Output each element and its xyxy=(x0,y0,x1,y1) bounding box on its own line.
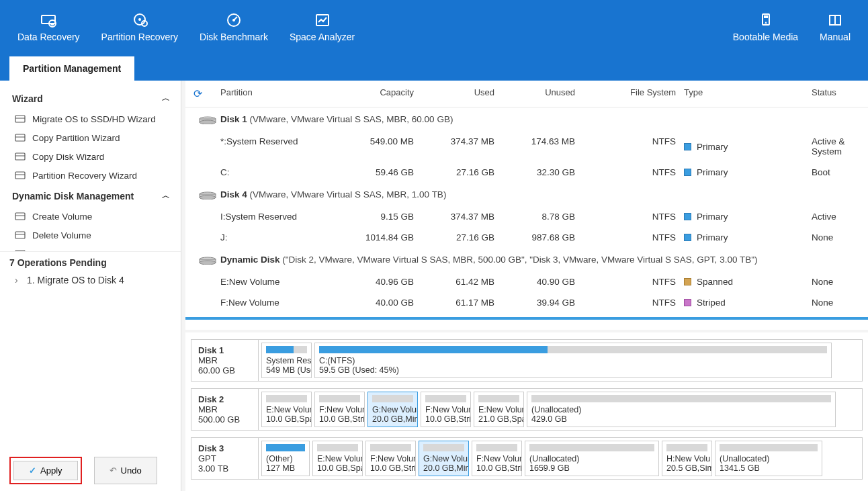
ddm-item-0[interactable]: Create Volume xyxy=(9,207,175,226)
wizard-item-2[interactable]: Copy Disk Wizard xyxy=(9,147,175,166)
unallocated-cell[interactable]: (Unallocated)1341.5 GB xyxy=(715,441,822,476)
partition-cell-name: F:New Volum xyxy=(370,454,411,463)
partition-cell[interactable]: G:New Volum20.0 GB,Mir xyxy=(367,392,418,427)
partition-cell[interactable]: F:New Volum10.0 GB,Strip xyxy=(314,392,365,427)
refresh-icon[interactable]: ⟳ xyxy=(193,87,202,100)
wizard-header-label: Wizard xyxy=(12,93,43,104)
partition-cell-size: 1659.9 GB xyxy=(529,463,654,473)
partition-row[interactable]: C: 59.46 GB 27.16 GB 32.30 GB NTFS Prima… xyxy=(185,162,868,183)
svg-rect-23 xyxy=(15,251,25,251)
col-capacity[interactable]: Capacity xyxy=(317,87,418,100)
cell-used: 27.16 GB xyxy=(418,166,498,179)
cell-fs: NTFS xyxy=(579,135,680,158)
type-swatch-icon xyxy=(684,143,691,150)
toolbar-data-recovery[interactable]: Data Recovery xyxy=(7,0,91,55)
cell-fs: NTFS xyxy=(579,166,680,179)
partition-cell-size: 549 MB (Use xyxy=(266,365,307,375)
disk-group-header[interactable]: Disk 4 (VMware, VMware Virtual S SAS, MB… xyxy=(185,183,868,206)
cell-capacity: 59.46 GB xyxy=(317,166,418,179)
toolbar-label: Disk Benchmark xyxy=(200,32,268,42)
cell-type: Primary xyxy=(680,231,808,244)
col-status[interactable]: Status xyxy=(808,87,864,100)
cell-unused: 987.68 GB xyxy=(498,231,579,244)
toolbar-space-analyzer[interactable]: Space Analyzer xyxy=(279,0,365,55)
undo-button[interactable]: Undo xyxy=(94,457,157,484)
partition-row[interactable]: F:New Volume 40.00 GB 61.17 MB 39.94 GB … xyxy=(185,292,868,313)
col-unused[interactable]: Unused xyxy=(498,87,579,100)
ddm-section-header[interactable]: Dynamic Disk Management ︿ xyxy=(9,185,175,207)
sidebar: Wizard ︿ Migrate OS to SSD/HD WizardCopy… xyxy=(0,81,181,491)
toolbar-label: Partition Recovery xyxy=(101,32,178,42)
wizard-item-1[interactable]: Copy Partition Wizard xyxy=(9,128,175,147)
toolbar-manual[interactable]: Manual xyxy=(809,0,861,55)
svg-point-34 xyxy=(200,195,216,199)
partition-cell-size: 20.5 GB,Sim xyxy=(666,463,707,473)
col-type[interactable]: Type xyxy=(680,87,808,100)
pending-item-0[interactable]: 1. Migrate OS to Disk 4 xyxy=(0,271,181,289)
partition-row[interactable]: J: 1014.84 GB 27.16 GB 987.68 GB NTFS Pr… xyxy=(185,227,868,248)
type-swatch-icon xyxy=(684,234,691,241)
ddm-item-2[interactable]: Format Volume xyxy=(9,244,175,251)
svg-rect-13 xyxy=(15,134,25,141)
svg-rect-11 xyxy=(15,116,25,122)
disk-label[interactable]: Disk 2MBR500.00 GB xyxy=(191,389,259,430)
disk-group-header[interactable]: Disk 1 (VMware, VMware Virtual S SAS, MB… xyxy=(185,107,868,131)
disk-map: Disk 1MBR60.00 GBSystem Rese549 MB (UseC… xyxy=(185,330,868,491)
disk-group-header[interactable]: Dynamic Disk ("Disk 2, VMware, VMware Vi… xyxy=(185,248,868,271)
partition-cell[interactable]: E:New Volum21.0 GB,Spa xyxy=(474,392,524,427)
wizard-item-0[interactable]: Migrate OS to SSD/HD Wizard xyxy=(9,109,175,128)
partition-cell-size: 127 MB xyxy=(266,463,305,473)
ddm-header-label: Dynamic Disk Management xyxy=(12,191,134,202)
cell-capacity: 549.00 MB xyxy=(317,135,418,158)
type-swatch-icon xyxy=(684,278,691,285)
partition-row[interactable]: *:System Reserved 549.00 MB 374.37 MB 17… xyxy=(185,131,868,162)
partition-cell[interactable]: F:New Volum10.0 GB,Strip xyxy=(472,441,522,476)
unallocated-cell[interactable]: (Unallocated)429.0 GB xyxy=(527,392,836,427)
partition-cell-name: G:New Volum xyxy=(372,405,413,414)
partition-cell[interactable]: F:New Volum10.0 GB,Strip xyxy=(421,392,471,427)
table-header-row: ⟳ Partition Capacity Used Unused File Sy… xyxy=(185,81,868,107)
svg-point-31 xyxy=(200,120,216,124)
cell-used: 61.42 MB xyxy=(418,275,498,288)
type-swatch-icon xyxy=(684,213,691,220)
cell-name: F:New Volume xyxy=(216,296,317,309)
partition-cell[interactable]: E:New Volum10.0 GB,Spa xyxy=(261,392,312,427)
disk-label[interactable]: Disk 1MBR60.00 GB xyxy=(191,340,259,381)
partition-cell[interactable]: H:New Volu20.5 GB,Sim xyxy=(662,441,712,476)
chevron-up-icon: ︿ xyxy=(162,190,170,202)
tab-partition-management[interactable]: Partition Management xyxy=(9,56,134,81)
wizard-section-header[interactable]: Wizard ︿ xyxy=(9,87,175,109)
svg-point-6 xyxy=(232,19,235,21)
col-partition[interactable]: Partition xyxy=(216,87,317,100)
partition-cell[interactable]: C:(NTFS)59.5 GB (Used: 45%) xyxy=(314,343,832,378)
partition-cell-name: (Unallocated) xyxy=(720,454,818,463)
disk-label[interactable]: Disk 3GPT3.00 TB xyxy=(191,438,259,479)
partition-cell[interactable]: (Other)127 MB xyxy=(261,441,310,476)
unallocated-cell[interactable]: (Unallocated)1659.9 GB xyxy=(525,441,659,476)
partition-cell[interactable]: F:New Volum10.0 GB,Strip xyxy=(365,441,416,476)
partition-cell[interactable]: System Rese549 MB (Use xyxy=(261,343,312,378)
col-fs[interactable]: File System xyxy=(579,87,680,100)
partition-row[interactable]: I:System Reserved 9.15 GB 374.37 MB 8.78… xyxy=(185,206,868,227)
content-area: ⟳ Partition Capacity Used Unused File Sy… xyxy=(181,81,868,491)
toolbar-bootable-media[interactable]: Bootable Media xyxy=(722,0,809,55)
partition-cell-size: 20.0 GB,Mir xyxy=(372,414,413,424)
partition-row[interactable]: E:New Volume 40.96 GB 61.42 MB 40.90 GB … xyxy=(185,271,868,292)
svg-rect-19 xyxy=(15,213,25,220)
tab-bar: Partition Management xyxy=(0,55,868,81)
partition-cell-size: 429.0 GB xyxy=(531,414,831,424)
partition-cell[interactable]: E:New Volum10.0 GB,Spa xyxy=(312,441,363,476)
partition-cell-name: (Other) xyxy=(266,454,305,463)
svg-rect-15 xyxy=(15,153,25,160)
apply-highlight: Apply xyxy=(9,457,82,484)
partition-cell-name: (Unallocated) xyxy=(531,405,831,414)
wizard-item-3[interactable]: Partition Recovery Wizard xyxy=(9,166,175,185)
col-used[interactable]: Used xyxy=(418,87,498,100)
toolbar-partition-recovery[interactable]: Partition Recovery xyxy=(91,0,189,55)
apply-button[interactable]: Apply xyxy=(13,461,78,480)
cell-used: 374.37 MB xyxy=(418,210,498,223)
sidebar-item-label: Partition Recovery Wizard xyxy=(32,171,137,181)
partition-cell[interactable]: G:New Volum20.0 GB,Mir xyxy=(419,441,469,476)
ddm-item-1[interactable]: Delete Volume xyxy=(9,226,175,244)
toolbar-disk-benchmark[interactable]: Disk Benchmark xyxy=(189,0,279,55)
